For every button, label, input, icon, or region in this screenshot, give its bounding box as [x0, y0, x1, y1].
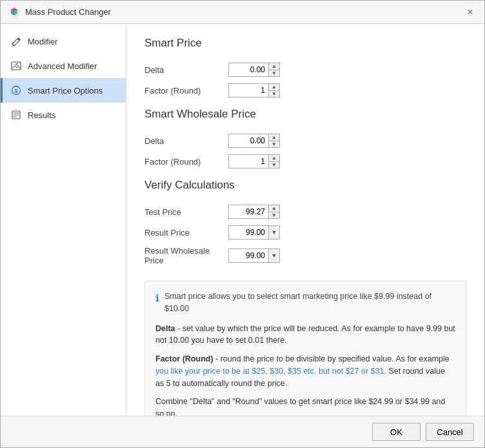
smart-price-delta-input-wrapper: ▲ ▼	[228, 63, 280, 77]
wholesale-delta-down[interactable]: ▼	[268, 141, 280, 148]
sidebar-item-results[interactable]: Results	[1, 103, 126, 127]
footer: OK Cancel	[1, 416, 484, 447]
sidebar-label-results: Results	[28, 110, 55, 120]
smart-price-delta-up[interactable]: ▲	[268, 63, 280, 70]
info-para-1: Delta - set value by which the price wil…	[155, 323, 455, 347]
result-price-row: Result Price ▼	[144, 225, 466, 239]
verify-title: Verify Calculations	[144, 179, 466, 196]
wholesale-delta-up[interactable]: ▲	[268, 134, 280, 141]
info-box: ℹ Smart price allows you to select smart…	[144, 281, 466, 416]
result-wholesale-dropdown-wrapper: ▼	[228, 249, 280, 263]
wholesale-factor-input-wrapper: ▲ ▼	[228, 154, 280, 168]
smart-price-icon: $	[10, 84, 23, 97]
test-price-input-wrapper: ▲ ▼	[228, 205, 280, 219]
result-price-label: Result Price	[144, 228, 228, 238]
smart-price-factor-input-wrapper: ▲ ▼	[228, 83, 280, 97]
verify-section: Verify Calculations Test Price ▲ ▼ Resul…	[144, 179, 466, 265]
wholesale-factor-down[interactable]: ▼	[268, 161, 280, 169]
svg-text:$: $	[14, 88, 17, 94]
info-delta-term: Delta	[155, 324, 175, 333]
info-factor-term: Factor (Round)	[155, 354, 213, 363]
info-delta-text: - set value by which the price will be r…	[155, 324, 455, 345]
smart-price-factor-label: Factor (Round)	[144, 86, 228, 96]
app-logo	[8, 6, 20, 18]
smart-price-factor-up[interactable]: ▲	[268, 83, 280, 90]
result-wholesale-input[interactable]	[228, 249, 280, 263]
main-content: Smart Price Delta ▲ ▼ Factor (Round)	[126, 24, 484, 416]
results-icon	[10, 108, 23, 121]
smart-wholesale-title: Smart Wholesale Price	[144, 108, 466, 125]
close-button[interactable]: ×	[464, 6, 477, 19]
test-price-spinners: ▲ ▼	[268, 205, 280, 219]
wholesale-delta-spinners: ▲ ▼	[268, 134, 280, 148]
wholesale-delta-row: Delta ▲ ▼	[144, 134, 466, 148]
info-para-2: Factor (Round) - round the price to be d…	[155, 353, 455, 389]
smart-price-delta-spinners: ▲ ▼	[268, 63, 280, 77]
edit-icon	[10, 35, 23, 48]
test-price-label: Test Price	[144, 207, 228, 217]
smart-price-factor-spinners: ▲ ▼	[268, 83, 280, 97]
result-price-input[interactable]	[228, 225, 280, 239]
smart-price-section: Smart Price Delta ▲ ▼ Factor (Round)	[144, 37, 466, 97]
sidebar-label-smart-price: Smart Price Options	[28, 86, 103, 96]
info-combine-text: Combine "Delta" and "Round" values to ge…	[155, 397, 445, 416]
info-factor-highlight: you like your price to be at $25, $30, $…	[155, 367, 386, 376]
test-price-up[interactable]: ▲	[268, 205, 280, 212]
wholesale-factor-label: Factor (Round)	[144, 157, 228, 167]
advanced-edit-icon	[10, 59, 23, 72]
title-bar-left: Mass Product Changer	[8, 6, 111, 18]
sidebar-item-smart-price[interactable]: $ Smart Price Options	[1, 78, 126, 103]
smart-price-factor-row: Factor (Round) ▲ ▼	[144, 83, 466, 97]
wholesale-delta-label: Delta	[144, 136, 228, 146]
cancel-button[interactable]: Cancel	[426, 423, 474, 441]
ok-button[interactable]: OK	[372, 423, 421, 441]
sidebar-label-advanced: Advanced Modifier	[28, 61, 97, 71]
wholesale-delta-input-wrapper: ▲ ▼	[228, 134, 280, 148]
smart-price-title: Smart Price	[144, 37, 466, 54]
smart-price-delta-label: Delta	[144, 65, 228, 75]
info-para-3: Combine "Delta" and "Round" values to ge…	[155, 396, 455, 416]
sidebar-item-modifier[interactable]: Modifier	[1, 29, 126, 54]
smart-price-delta-down[interactable]: ▼	[268, 70, 280, 77]
wholesale-factor-spinners: ▲ ▼	[268, 154, 280, 168]
window-title: Mass Product Changer	[25, 7, 111, 17]
content-area: Modifier Advanced Modifier	[1, 24, 484, 416]
smart-price-factor-down[interactable]: ▼	[268, 90, 280, 98]
wholesale-factor-row: Factor (Round) ▲ ▼	[144, 154, 466, 168]
smart-price-delta-row: Delta ▲ ▼	[144, 63, 466, 77]
result-wholesale-row: Result Wholesale Price ▼	[144, 246, 466, 265]
wholesale-factor-up[interactable]: ▲	[268, 154, 280, 161]
main-window: Mass Product Changer × Modifier	[0, 0, 485, 448]
info-icon: ℹ	[155, 291, 159, 306]
info-factor-text1: - round the price to be divisible by spe…	[213, 354, 450, 363]
info-header: ℹ Smart price allows you to select smart…	[155, 290, 455, 315]
sidebar-label-modifier: Modifier	[28, 37, 57, 46]
test-price-down[interactable]: ▼	[268, 212, 280, 219]
result-wholesale-label: Result Wholesale Price	[144, 246, 228, 265]
test-price-row: Test Price ▲ ▼	[144, 205, 466, 219]
info-header-text: Smart price allows you to select smart m…	[164, 290, 455, 315]
title-bar: Mass Product Changer ×	[1, 1, 484, 24]
smart-wholesale-section: Smart Wholesale Price Delta ▲ ▼ Factor (…	[144, 108, 466, 168]
result-price-dropdown-wrapper: ▼	[228, 225, 280, 239]
sidebar: Modifier Advanced Modifier	[1, 24, 126, 416]
sidebar-item-advanced-modifier[interactable]: Advanced Modifier	[1, 54, 126, 78]
